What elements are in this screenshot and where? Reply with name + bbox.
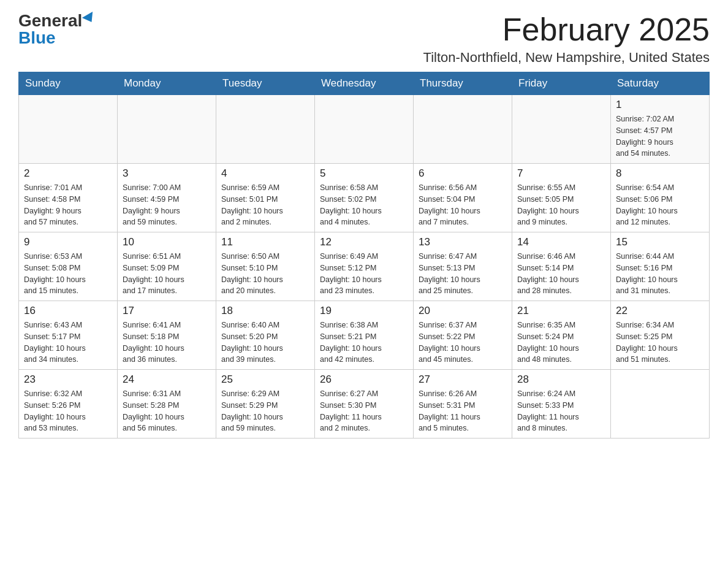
day-info: Sunrise: 6:37 AM Sunset: 5:22 PM Dayligh… — [419, 320, 507, 366]
day-number: 21 — [517, 305, 605, 317]
day-info: Sunrise: 6:49 AM Sunset: 5:12 PM Dayligh… — [320, 251, 408, 297]
day-number: 22 — [616, 305, 704, 317]
day-info: Sunrise: 6:31 AM Sunset: 5:28 PM Dayligh… — [123, 388, 211, 434]
day-number: 12 — [320, 236, 408, 248]
day-info: Sunrise: 6:51 AM Sunset: 5:09 PM Dayligh… — [123, 251, 211, 297]
calendar-cell: 10Sunrise: 6:51 AM Sunset: 5:09 PM Dayli… — [118, 232, 216, 301]
header-monday: Monday — [118, 72, 216, 95]
logo-blue-text: Blue — [18, 29, 56, 47]
calendar-cell: 13Sunrise: 6:47 AM Sunset: 5:13 PM Dayli… — [414, 232, 512, 301]
calendar-week-row: 9Sunrise: 6:53 AM Sunset: 5:08 PM Daylig… — [19, 232, 710, 301]
header-saturday: Saturday — [611, 72, 710, 95]
day-number: 10 — [123, 236, 211, 248]
day-number: 19 — [320, 305, 408, 317]
day-number: 23 — [24, 373, 112, 386]
day-number: 15 — [616, 236, 704, 248]
day-number: 5 — [320, 167, 408, 180]
day-number: 9 — [24, 236, 112, 248]
calendar-cell: 2Sunrise: 7:01 AM Sunset: 4:58 PM Daylig… — [19, 164, 118, 232]
calendar-cell: 25Sunrise: 6:29 AM Sunset: 5:29 PM Dayli… — [216, 370, 315, 439]
day-number: 6 — [419, 167, 507, 180]
calendar-cell: 3Sunrise: 7:00 AM Sunset: 4:59 PM Daylig… — [118, 164, 216, 232]
calendar-cell — [216, 95, 315, 164]
day-info: Sunrise: 7:02 AM Sunset: 4:57 PM Dayligh… — [616, 113, 704, 159]
calendar-cell: 1Sunrise: 7:02 AM Sunset: 4:57 PM Daylig… — [611, 95, 710, 164]
day-number: 1 — [616, 99, 704, 111]
month-title: February 2025 — [423, 12, 710, 47]
day-number: 24 — [123, 373, 211, 386]
calendar-cell: 18Sunrise: 6:40 AM Sunset: 5:20 PM Dayli… — [216, 301, 315, 370]
logo-general-text: General — [18, 12, 82, 29]
day-number: 25 — [221, 373, 309, 386]
day-info: Sunrise: 6:54 AM Sunset: 5:06 PM Dayligh… — [616, 182, 704, 228]
day-info: Sunrise: 6:47 AM Sunset: 5:13 PM Dayligh… — [419, 251, 507, 297]
calendar-cell: 8Sunrise: 6:54 AM Sunset: 5:06 PM Daylig… — [611, 164, 710, 232]
calendar-cell: 14Sunrise: 6:46 AM Sunset: 5:14 PM Dayli… — [512, 232, 611, 301]
calendar-cell: 17Sunrise: 6:41 AM Sunset: 5:18 PM Dayli… — [118, 301, 216, 370]
day-info: Sunrise: 6:58 AM Sunset: 5:02 PM Dayligh… — [320, 182, 408, 228]
day-number: 16 — [24, 305, 112, 317]
day-info: Sunrise: 6:56 AM Sunset: 5:04 PM Dayligh… — [419, 182, 507, 228]
day-number: 27 — [419, 373, 507, 386]
calendar-cell: 12Sunrise: 6:49 AM Sunset: 5:12 PM Dayli… — [315, 232, 414, 301]
calendar-cell: 21Sunrise: 6:35 AM Sunset: 5:24 PM Dayli… — [512, 301, 611, 370]
calendar-cell: 28Sunrise: 6:24 AM Sunset: 5:33 PM Dayli… — [512, 370, 611, 439]
day-number: 2 — [24, 167, 112, 180]
day-info: Sunrise: 7:01 AM Sunset: 4:58 PM Dayligh… — [24, 182, 112, 228]
day-info: Sunrise: 6:53 AM Sunset: 5:08 PM Dayligh… — [24, 251, 112, 297]
calendar-cell: 26Sunrise: 6:27 AM Sunset: 5:30 PM Dayli… — [315, 370, 414, 439]
calendar-cell: 20Sunrise: 6:37 AM Sunset: 5:22 PM Dayli… — [414, 301, 512, 370]
day-info: Sunrise: 6:41 AM Sunset: 5:18 PM Dayligh… — [123, 320, 211, 366]
calendar-week-row: 1Sunrise: 7:02 AM Sunset: 4:57 PM Daylig… — [19, 95, 710, 164]
day-info: Sunrise: 6:50 AM Sunset: 5:10 PM Dayligh… — [221, 251, 309, 297]
day-info: Sunrise: 6:26 AM Sunset: 5:31 PM Dayligh… — [419, 388, 507, 434]
calendar: SundayMondayTuesdayWednesdayThursdayFrid… — [18, 72, 710, 439]
calendar-cell: 24Sunrise: 6:31 AM Sunset: 5:28 PM Dayli… — [118, 370, 216, 439]
calendar-cell — [512, 95, 611, 164]
day-number: 8 — [616, 167, 704, 180]
day-number: 18 — [221, 305, 309, 317]
day-info: Sunrise: 6:46 AM Sunset: 5:14 PM Dayligh… — [517, 251, 605, 297]
day-number: 26 — [320, 373, 408, 386]
day-number: 17 — [123, 305, 211, 317]
day-info: Sunrise: 6:43 AM Sunset: 5:17 PM Dayligh… — [24, 320, 112, 366]
calendar-cell: 9Sunrise: 6:53 AM Sunset: 5:08 PM Daylig… — [19, 232, 118, 301]
header-thursday: Thursday — [414, 72, 512, 95]
day-number: 13 — [419, 236, 507, 248]
day-info: Sunrise: 6:44 AM Sunset: 5:16 PM Dayligh… — [616, 251, 704, 297]
calendar-week-row: 23Sunrise: 6:32 AM Sunset: 5:26 PM Dayli… — [19, 370, 710, 439]
calendar-cell — [611, 370, 710, 439]
day-info: Sunrise: 6:35 AM Sunset: 5:24 PM Dayligh… — [517, 320, 605, 366]
calendar-cell: 6Sunrise: 6:56 AM Sunset: 5:04 PM Daylig… — [414, 164, 512, 232]
day-number: 28 — [517, 373, 605, 386]
calendar-week-row: 2Sunrise: 7:01 AM Sunset: 4:58 PM Daylig… — [19, 164, 710, 232]
day-info: Sunrise: 6:38 AM Sunset: 5:21 PM Dayligh… — [320, 320, 408, 366]
day-info: Sunrise: 6:59 AM Sunset: 5:01 PM Dayligh… — [221, 182, 309, 228]
header: General Blue February 2025 Tilton-Northf… — [18, 12, 710, 66]
calendar-cell: 16Sunrise: 6:43 AM Sunset: 5:17 PM Dayli… — [19, 301, 118, 370]
day-number: 3 — [123, 167, 211, 180]
logo-triangle-icon — [82, 12, 97, 25]
day-info: Sunrise: 6:40 AM Sunset: 5:20 PM Dayligh… — [221, 320, 309, 366]
calendar-cell: 15Sunrise: 6:44 AM Sunset: 5:16 PM Dayli… — [611, 232, 710, 301]
calendar-cell: 4Sunrise: 6:59 AM Sunset: 5:01 PM Daylig… — [216, 164, 315, 232]
header-sunday: Sunday — [19, 72, 118, 95]
day-info: Sunrise: 6:32 AM Sunset: 5:26 PM Dayligh… — [24, 388, 112, 434]
calendar-cell: 22Sunrise: 6:34 AM Sunset: 5:25 PM Dayli… — [611, 301, 710, 370]
header-friday: Friday — [512, 72, 611, 95]
day-number: 20 — [419, 305, 507, 317]
header-tuesday: Tuesday — [216, 72, 315, 95]
calendar-cell: 11Sunrise: 6:50 AM Sunset: 5:10 PM Dayli… — [216, 232, 315, 301]
day-info: Sunrise: 6:29 AM Sunset: 5:29 PM Dayligh… — [221, 388, 309, 434]
day-number: 4 — [221, 167, 309, 180]
title-area: February 2025 Tilton-Northfield, New Ham… — [423, 12, 710, 66]
calendar-week-row: 16Sunrise: 6:43 AM Sunset: 5:17 PM Dayli… — [19, 301, 710, 370]
day-info: Sunrise: 6:24 AM Sunset: 5:33 PM Dayligh… — [517, 388, 605, 434]
calendar-cell — [19, 95, 118, 164]
calendar-cell — [414, 95, 512, 164]
calendar-cell: 23Sunrise: 6:32 AM Sunset: 5:26 PM Dayli… — [19, 370, 118, 439]
location-title: Tilton-Northfield, New Hampshire, United… — [423, 50, 710, 66]
calendar-cell: 7Sunrise: 6:55 AM Sunset: 5:05 PM Daylig… — [512, 164, 611, 232]
calendar-cell: 19Sunrise: 6:38 AM Sunset: 5:21 PM Dayli… — [315, 301, 414, 370]
logo: General Blue — [18, 12, 96, 47]
